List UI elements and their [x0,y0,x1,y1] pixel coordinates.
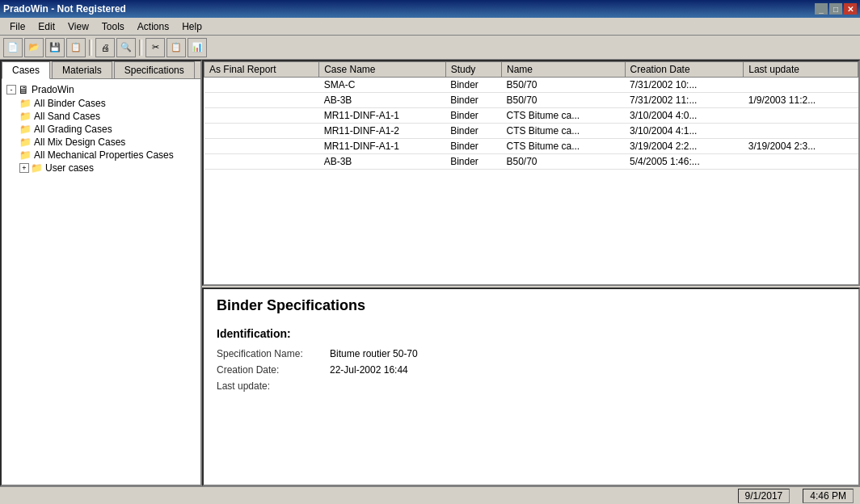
table-body: SMA-C Binder B50/70 7/31/2002 10:... AB-… [204,78,858,170]
toolbar-cut-button[interactable]: ✂ [145,38,165,57]
cell-as-final-4 [204,124,319,139]
tree-root-label: PradoWin [32,84,74,95]
toolbar-save-button[interactable]: 💾 [45,38,65,57]
toolbar-separator-2 [139,40,142,56]
cell-as-final-2 [204,93,319,108]
titlebar: PradoWin - Not Registered _ □ ✕ [0,0,860,18]
tab-materials[interactable]: Materials [52,61,112,78]
cell-case-name-3: MR11-DINF-A1-1 [319,108,446,124]
cell-as-final-1 [204,78,319,93]
table-row[interactable]: MR11-DINF-A1-2 Binder CTS Bitume ca... 3… [204,124,858,139]
cell-name-6: B50/70 [502,154,626,170]
toolbar-preview-button[interactable]: 🔍 [116,38,136,57]
menu-view[interactable]: View [61,19,95,34]
cell-creation-4: 3/10/2004 4:1... [625,124,744,139]
cell-study-2: Binder [445,93,501,108]
cell-update-6 [744,154,858,170]
tree-item-mixdesign-cases[interactable]: 📁 All Mix Design Cases [18,136,197,149]
folder-icon-mixdesign: 📁 [19,136,32,148]
col-name: Name [502,62,626,78]
folder-icon-binder: 📁 [19,98,32,109]
folder-icon-sand: 📁 [19,111,32,122]
cell-update-5: 3/19/2004 2:3... [744,139,858,154]
tab-specifications[interactable]: Specifications [114,61,195,78]
table-row[interactable]: MR11-DINF-A1-1 Binder CTS Bitume ca... 3… [204,139,858,154]
cell-creation-3: 3/10/2004 4:0... [625,108,744,124]
detail-value-creation: 22-Jul-2002 16:44 [330,364,408,376]
folder-icon-mechanical: 📁 [19,149,32,161]
toolbar-print-button[interactable]: 🖨 [95,38,115,57]
table-row[interactable]: AB-3B Binder B50/70 7/31/2002 11:... 1/9… [204,93,858,108]
left-panel: Cases Materials Specifications - 🖥 Prado… [0,60,202,486]
cell-study-3: Binder [445,108,501,124]
menu-actions[interactable]: Actions [131,19,175,34]
folder-icon-user: 📁 [31,162,43,174]
toolbar-copy-button[interactable]: 📋 [66,38,86,57]
detail-label-creation: Creation Date: [217,364,330,376]
menu-tools[interactable]: Tools [95,19,131,34]
col-case-name: Case Name [319,62,446,78]
cell-name-1: B50/70 [502,78,626,93]
tree-label-grading-cases: All Grading Cases [34,124,112,135]
detail-label-spec-name: Specification Name: [217,348,330,359]
toolbar-new-button[interactable]: 📄 [3,38,23,57]
table-scroll[interactable]: As Final Report Case Name Study Name Cre… [204,61,858,284]
cell-name-3: CTS Bitume ca... [502,108,626,124]
cell-update-1 [744,78,858,93]
tree-root[interactable]: - 🖥 PradoWin [5,82,197,97]
cell-name-5: CTS Bitume ca... [502,139,626,154]
detail-area: Binder Specifications Identification: Sp… [202,288,860,486]
tree-item-sand-cases[interactable]: 📁 All Sand Cases [18,110,197,123]
cell-case-name-2: AB-3B [319,93,446,108]
table-row[interactable]: SMA-C Binder B50/70 7/31/2002 10:... [204,78,858,93]
detail-label-lastupdate: Last update: [217,380,330,392]
detail-title: Binder Specifications [217,297,845,314]
toolbar-paste-button[interactable]: 📋 [167,38,186,57]
cell-update-3 [744,108,858,124]
cell-name-2: B50/70 [502,93,626,108]
menubar: File Edit View Tools Actions Help [0,18,860,36]
statusbar-date: 9/1/2017 [738,489,790,503]
detail-value-spec-name: Bitume routier 50-70 [330,348,418,359]
tab-bar: Cases Materials Specifications [2,61,200,79]
titlebar-controls: _ □ ✕ [815,3,857,15]
close-button[interactable]: ✕ [844,3,857,15]
tree-label-sand-cases: All Sand Cases [34,111,100,122]
cell-as-final-5 [204,139,319,154]
table-row[interactable]: AB-3B Binder B50/70 5/4/2005 1:46:... [204,154,858,170]
minimize-button[interactable]: _ [815,3,828,15]
right-panel: As Final Report Case Name Study Name Cre… [202,60,860,486]
cell-study-1: Binder [445,78,501,93]
tree-item-user-cases[interactable]: + 📁 User cases [18,162,197,174]
table-row[interactable]: MR11-DINF-A1-1 Binder CTS Bitume ca... 3… [204,108,858,124]
tree-item-grading-cases[interactable]: 📁 All Grading Cases [18,123,197,136]
toolbar-open-button[interactable]: 📂 [24,38,44,57]
tree-root-icon: 🖥 [18,83,29,96]
cell-study-5: Binder [445,139,501,154]
col-study: Study [445,62,501,78]
tree-children: 📁 All Binder Cases 📁 All Sand Cases 📁 Al… [18,97,197,174]
table-area: As Final Report Case Name Study Name Cre… [202,60,860,286]
cell-case-name-6: AB-3B [319,154,446,170]
maximize-button[interactable]: □ [829,3,842,15]
folder-icon-grading: 📁 [19,124,32,135]
tree-item-binder-cases[interactable]: 📁 All Binder Cases [18,97,197,110]
menu-edit[interactable]: Edit [32,19,61,34]
tab-cases[interactable]: Cases [2,61,50,79]
cases-table: As Final Report Case Name Study Name Cre… [204,61,858,170]
menu-file[interactable]: File [3,19,32,34]
toolbar-chart-button[interactable]: 📊 [188,38,207,57]
tree-item-mechanical-cases[interactable]: 📁 All Mechanical Properties Cases [18,149,197,162]
menu-help[interactable]: Help [175,19,209,34]
tree-label-binder-cases: All Binder Cases [34,98,106,109]
cell-creation-6: 5/4/2005 1:46:... [625,154,744,170]
detail-section-title: Identification: [217,327,845,340]
tree-root-expander[interactable]: - [6,85,16,94]
tree-label-user-cases: User cases [45,162,94,174]
cell-as-final-6 [204,154,319,170]
detail-row-creation: Creation Date: 22-Jul-2002 16:44 [217,364,845,376]
detail-row-lastupdate: Last update: [217,380,845,392]
cell-creation-5: 3/19/2004 2:2... [625,139,744,154]
table-header: As Final Report Case Name Study Name Cre… [204,62,858,78]
tree-user-expander[interactable]: + [19,163,29,173]
